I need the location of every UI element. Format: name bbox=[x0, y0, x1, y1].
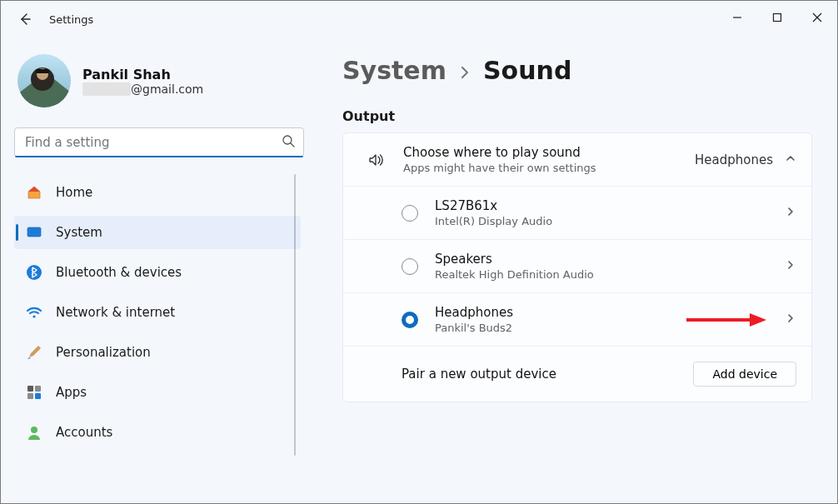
svg-rect-11 bbox=[27, 227, 41, 237]
chevron-up-icon bbox=[785, 152, 796, 167]
output-device-row[interactable]: LS27B61x Intel(R) Display Audio bbox=[343, 186, 811, 239]
breadcrumb-parent[interactable]: System bbox=[342, 56, 446, 85]
nav-label: Personalization bbox=[56, 345, 151, 360]
maximize-button[interactable] bbox=[757, 1, 797, 34]
person-icon bbox=[26, 424, 42, 441]
user-name: Pankil Shah bbox=[82, 67, 203, 82]
search-box[interactable] bbox=[14, 127, 304, 157]
output-device-row[interactable]: Speakers Realtek High Definition Audio bbox=[343, 239, 811, 292]
device-driver: Realtek High Definition Audio bbox=[435, 268, 785, 281]
nav-list[interactable]: Home System Bluetooth & devices Network … bbox=[14, 172, 304, 456]
nav-label: Accounts bbox=[56, 425, 112, 440]
radio-unselected[interactable] bbox=[402, 205, 418, 222]
nav-item-home[interactable]: Home bbox=[14, 176, 301, 209]
nav-label: Home bbox=[56, 185, 92, 200]
chevron-right-icon[interactable] bbox=[785, 258, 796, 274]
sidebar: Pankil Shah xxxxxxx@gmail.com Home Syste… bbox=[1, 37, 317, 504]
svg-point-9 bbox=[283, 136, 292, 144]
title-bar: Settings bbox=[1, 1, 837, 37]
output-device-row[interactable]: Headphones Pankil's Buds2 bbox=[343, 292, 811, 346]
choose-output-title: Choose where to play sound bbox=[403, 145, 695, 160]
back-button[interactable] bbox=[17, 12, 32, 27]
output-card: Choose where to play sound Apps might ha… bbox=[342, 132, 812, 402]
chevron-right-icon[interactable] bbox=[785, 312, 796, 327]
svg-rect-15 bbox=[27, 386, 33, 392]
arrow-left-icon bbox=[18, 12, 32, 26]
nav-item-bluetooth[interactable]: Bluetooth & devices bbox=[14, 256, 301, 289]
breadcrumb: System Sound bbox=[342, 56, 812, 85]
pair-label: Pair a new output device bbox=[402, 367, 693, 382]
svg-rect-17 bbox=[27, 393, 33, 399]
breadcrumb-current: Sound bbox=[483, 56, 571, 85]
nav-label: Network & internet bbox=[56, 305, 175, 320]
nav-item-accounts[interactable]: Accounts bbox=[14, 416, 301, 449]
device-driver: Intel(R) Display Audio bbox=[435, 215, 785, 227]
bluetooth-icon bbox=[26, 264, 42, 281]
apps-icon bbox=[26, 384, 42, 401]
svg-point-14 bbox=[32, 315, 35, 317]
search-icon bbox=[282, 134, 295, 151]
nav-item-personalization[interactable]: Personalization bbox=[14, 336, 301, 369]
minimize-icon bbox=[732, 12, 742, 22]
svg-rect-8 bbox=[36, 69, 49, 73]
avatar bbox=[17, 54, 71, 107]
nav-label: Apps bbox=[56, 385, 87, 400]
maximize-icon bbox=[772, 12, 782, 22]
system-icon bbox=[26, 224, 42, 241]
user-card[interactable]: Pankil Shah xxxxxxx@gmail.com bbox=[14, 54, 304, 107]
nav-item-system[interactable]: System bbox=[14, 216, 301, 249]
brush-icon bbox=[26, 344, 42, 361]
svg-point-19 bbox=[31, 427, 37, 433]
row-pair-device: Pair a new output device Add device bbox=[343, 346, 811, 402]
svg-rect-16 bbox=[35, 386, 41, 392]
svg-rect-2 bbox=[774, 14, 781, 22]
section-heading-output: Output bbox=[342, 108, 812, 124]
add-device-button[interactable]: Add device bbox=[693, 362, 796, 387]
main-content: System Sound Output Choose where to play… bbox=[317, 37, 837, 504]
window-controls bbox=[717, 1, 837, 34]
device-name: Speakers bbox=[435, 252, 785, 267]
nav-label: Bluetooth & devices bbox=[56, 265, 182, 280]
radio-selected[interactable] bbox=[402, 312, 418, 328]
close-button[interactable] bbox=[797, 1, 837, 34]
window-title: Settings bbox=[49, 13, 93, 26]
nav-label: System bbox=[56, 225, 102, 240]
user-email: xxxxxxx@gmail.com bbox=[82, 82, 203, 96]
radio-unselected[interactable] bbox=[402, 258, 418, 275]
search-input[interactable] bbox=[25, 135, 273, 150]
chevron-right-icon[interactable] bbox=[785, 205, 796, 221]
device-name: LS27B61x bbox=[435, 198, 785, 213]
row-choose-output[interactable]: Choose where to play sound Apps might ha… bbox=[343, 133, 811, 186]
close-icon bbox=[812, 12, 822, 22]
wifi-icon bbox=[26, 304, 42, 321]
device-name: Headphones bbox=[435, 305, 785, 320]
home-icon bbox=[26, 184, 42, 201]
current-output-value: Headphones bbox=[695, 152, 773, 167]
svg-rect-18 bbox=[35, 393, 41, 399]
nav-item-apps[interactable]: Apps bbox=[14, 376, 301, 409]
volume-icon bbox=[358, 151, 395, 169]
choose-output-subtitle: Apps might have their own settings bbox=[403, 162, 695, 174]
minimize-button[interactable] bbox=[717, 1, 757, 34]
device-driver: Pankil's Buds2 bbox=[435, 322, 785, 334]
nav-item-network[interactable]: Network & internet bbox=[14, 296, 301, 329]
chevron-right-icon bbox=[458, 56, 471, 85]
svg-line-10 bbox=[291, 143, 294, 147]
